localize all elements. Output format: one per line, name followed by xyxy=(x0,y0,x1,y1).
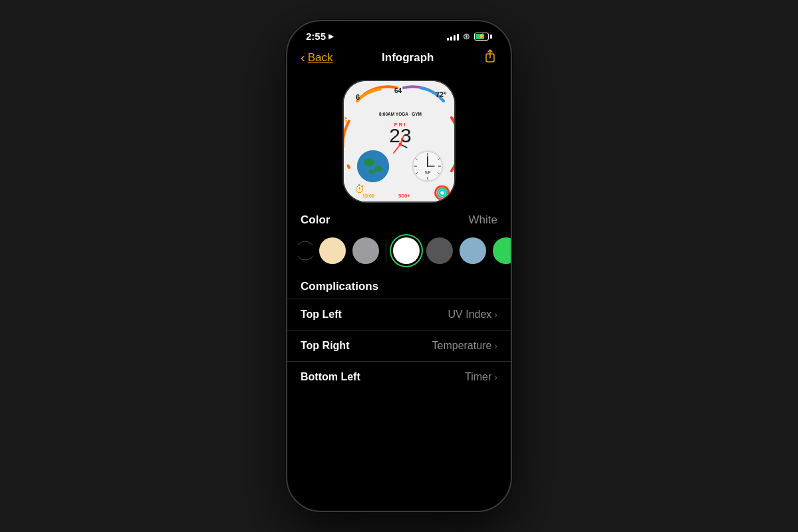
top-left-label: Top Left xyxy=(301,309,342,321)
top-right-label: Top Right xyxy=(301,340,349,352)
complications-header: Complications xyxy=(287,280,511,299)
top-right-chevron: › xyxy=(494,340,497,351)
color-section-header: Color White xyxy=(287,213,511,233)
chevron-left-icon: ‹ xyxy=(301,50,305,65)
svg-text:SF: SF xyxy=(425,170,432,175)
svg-text:500+: 500+ xyxy=(398,193,410,199)
share-icon xyxy=(483,49,497,63)
svg-text:8:00AM YOGA · GYM: 8:00AM YOGA · GYM xyxy=(379,112,422,116)
status-bar: 2:55 ▶ ⊛ ⚡ xyxy=(287,21,511,46)
svg-point-12 xyxy=(364,158,374,166)
back-button[interactable]: ‹ Back xyxy=(301,50,332,65)
time-display: 2:55 xyxy=(306,31,326,42)
signal-bar-3 xyxy=(454,35,456,41)
back-label: Back xyxy=(308,51,333,65)
svg-text:72°: 72° xyxy=(436,90,447,98)
white-swatch[interactable] xyxy=(393,237,420,264)
top-right-complication-row[interactable]: Top Right Temperature › xyxy=(287,330,511,361)
top-left-complication-row[interactable]: Top Left UV Index › xyxy=(287,299,511,330)
top-right-value: Temperature xyxy=(432,340,492,352)
darkgray-swatch[interactable] xyxy=(426,237,453,264)
signal-icon xyxy=(447,33,459,41)
svg-text:6: 6 xyxy=(356,93,360,101)
svg-point-31 xyxy=(399,143,402,146)
bottom-left-value: Timer xyxy=(465,371,491,383)
color-title: Color xyxy=(301,213,330,227)
lightblue-swatch[interactable] xyxy=(460,237,486,264)
gray-swatch[interactable] xyxy=(352,237,379,264)
svg-point-38 xyxy=(298,241,313,260)
wifi-icon: ⊛ xyxy=(463,31,470,41)
status-icons: ⊛ ⚡ xyxy=(447,31,492,41)
page-title: Infograph xyxy=(382,51,434,65)
svg-point-11 xyxy=(357,150,389,182)
bottom-left-chevron: › xyxy=(494,372,497,382)
svg-point-13 xyxy=(374,166,382,172)
signal-bar-1 xyxy=(447,38,449,41)
color-value: White xyxy=(469,213,497,227)
watch-face-svg: 6 64 72° UV GYM 8:00AM YOGA · GYM xyxy=(344,81,454,201)
top-left-value-group: UV Index › xyxy=(448,309,497,321)
svg-text:GYM: GYM xyxy=(454,130,454,139)
signal-bar-2 xyxy=(450,37,452,41)
complications-title: Complications xyxy=(301,280,378,293)
cream-swatch[interactable] xyxy=(319,237,346,264)
battery-tip xyxy=(490,35,492,39)
watch-preview: 6 64 72° UV GYM 8:00AM YOGA · GYM xyxy=(287,73,511,213)
battery-icon: ⚡ xyxy=(474,33,492,41)
bottom-left-label: Bottom Left xyxy=(301,371,360,383)
top-right-value-group: Temperature › xyxy=(432,340,498,352)
share-button[interactable] xyxy=(483,49,497,66)
top-left-chevron: › xyxy=(494,309,497,320)
bottom-left-complication-row[interactable]: Bottom Left Timer › xyxy=(287,361,511,392)
moon-swatch[interactable] xyxy=(298,237,313,264)
color-divider xyxy=(386,239,386,263)
moon-icon xyxy=(298,239,313,263)
svg-text:UV: UV xyxy=(344,117,348,122)
svg-text:64: 64 xyxy=(394,87,402,94)
color-scroll xyxy=(287,233,511,273)
watch-face-inner: 6 64 72° UV GYM 8:00AM YOGA · GYM xyxy=(344,81,454,201)
watch-face[interactable]: 6 64 72° UV GYM 8:00AM YOGA · GYM xyxy=(342,80,456,203)
top-left-value: UV Index xyxy=(448,309,492,321)
svg-text:15:00: 15:00 xyxy=(362,194,374,198)
bolt-icon: ⚡ xyxy=(478,33,485,39)
phone-screen: 2:55 ▶ ⊛ ⚡ xyxy=(287,21,511,511)
status-time: 2:55 ▶ xyxy=(306,31,334,42)
battery-body: ⚡ xyxy=(474,33,489,41)
location-arrow-icon: ▶ xyxy=(329,33,334,40)
complications-section: Complications Top Left UV Index › Top Ri… xyxy=(287,273,511,392)
signal-bar-4 xyxy=(457,34,459,41)
green-swatch[interactable] xyxy=(493,237,511,264)
bottom-left-value-group: Timer › xyxy=(465,371,497,383)
svg-point-14 xyxy=(368,169,375,174)
watch-background: 6 64 72° UV GYM 8:00AM YOGA · GYM xyxy=(344,81,454,201)
phone-frame: 2:55 ▶ ⊛ ⚡ xyxy=(286,20,512,512)
